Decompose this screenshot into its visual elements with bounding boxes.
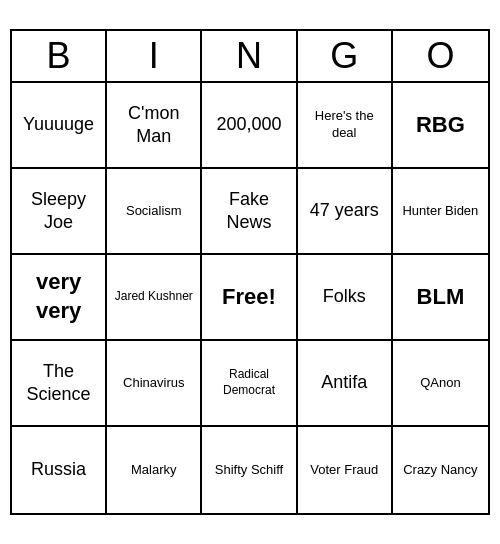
bingo-cell: 47 years — [298, 169, 393, 255]
bingo-cell: very very — [12, 255, 107, 341]
header-letter: B — [12, 31, 107, 81]
header-letter: G — [298, 31, 393, 81]
bingo-cell: Folks — [298, 255, 393, 341]
bingo-board: BINGO YuuuugeC'mon Man200,000Here's the … — [10, 29, 490, 515]
bingo-cell: Fake News — [202, 169, 297, 255]
bingo-cell: Russia — [12, 427, 107, 513]
bingo-cell: Shifty Schiff — [202, 427, 297, 513]
bingo-cell: Voter Fraud — [298, 427, 393, 513]
bingo-cell: Radical Democrat — [202, 341, 297, 427]
bingo-cell: Free! — [202, 255, 297, 341]
bingo-cell: C'mon Man — [107, 83, 202, 169]
bingo-grid: YuuuugeC'mon Man200,000Here's the dealRB… — [12, 83, 488, 513]
bingo-cell: Chinavirus — [107, 341, 202, 427]
header-letter: I — [107, 31, 202, 81]
bingo-cell: QAnon — [393, 341, 488, 427]
bingo-cell: Here's the deal — [298, 83, 393, 169]
bingo-cell: 200,000 — [202, 83, 297, 169]
bingo-cell: Antifa — [298, 341, 393, 427]
bingo-cell: Socialism — [107, 169, 202, 255]
header-letter: O — [393, 31, 488, 81]
bingo-cell: Crazy Nancy — [393, 427, 488, 513]
bingo-header: BINGO — [12, 31, 488, 83]
bingo-cell: Sleepy Joe — [12, 169, 107, 255]
bingo-cell: Hunter Biden — [393, 169, 488, 255]
bingo-cell: Malarky — [107, 427, 202, 513]
bingo-cell: Jared Kushner — [107, 255, 202, 341]
bingo-cell: BLM — [393, 255, 488, 341]
bingo-cell: The Science — [12, 341, 107, 427]
bingo-cell: Yuuuuge — [12, 83, 107, 169]
bingo-cell: RBG — [393, 83, 488, 169]
header-letter: N — [202, 31, 297, 81]
